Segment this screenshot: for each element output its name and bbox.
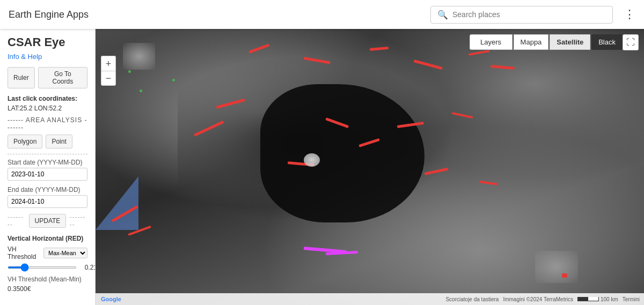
ruler-button[interactable]: Ruler xyxy=(8,67,35,88)
sar-map-background xyxy=(96,29,644,305)
area-analysis-label: ------ AREA ANALYSIS ------- xyxy=(8,116,87,131)
layers-button[interactable]: Layers xyxy=(470,34,513,50)
end-date-input[interactable] xyxy=(8,195,87,208)
vh-mean-min-label: VH Threshold (Mean-Min) xyxy=(8,276,87,283)
imagery-credit: Immagini ©2024 TerraMetrics xyxy=(503,296,573,302)
search-bar: 🔍 xyxy=(430,6,613,24)
update-button[interactable]: UPDATE xyxy=(29,214,67,228)
start-date-label: Start date (YYYY-MM-DD) xyxy=(8,159,87,166)
bright-spot-3 xyxy=(535,251,578,283)
divider-1 xyxy=(8,154,87,154)
last-click-label: Last click coordinates: xyxy=(8,95,87,102)
vh-slider-row: 0.21 xyxy=(8,264,87,271)
more-menu-icon[interactable]: ⋮ xyxy=(624,8,635,21)
bright-spot-2 xyxy=(123,43,155,70)
draw-buttons: Polygon Point xyxy=(8,135,87,148)
scale-indicator: 100 km xyxy=(577,296,618,302)
polygon-button[interactable]: Polygon xyxy=(8,135,42,148)
sidebar-app-name: CSAR Eye xyxy=(8,35,87,49)
zoom-in-button[interactable]: + xyxy=(101,56,116,71)
map-view-controls: Layers Mappa Satellite Black xyxy=(470,34,623,50)
vh-mean-min-val-row: 0.3500€ xyxy=(8,285,87,293)
zoom-controls: + − xyxy=(101,56,116,86)
keyboard-shortcuts-link[interactable]: Scorciatoje da tastiera xyxy=(445,296,499,302)
satellite-button[interactable]: Satellite xyxy=(550,34,590,50)
scale-label: 100 km xyxy=(601,296,618,302)
map-bottom-bar: Google Scorciatoje da tastiera Immagini … xyxy=(96,293,644,305)
green-marker-3 xyxy=(172,79,175,81)
terms-link[interactable]: Termini xyxy=(623,296,640,302)
sidebar: CSAR Eye Info & Help Ruler Go To Coords … xyxy=(0,29,96,305)
vh-slider[interactable] xyxy=(8,266,77,269)
vh-threshold-row: VH Threshold Max-Mean Min-Mean Mean xyxy=(8,246,87,261)
point-button[interactable]: Point xyxy=(46,135,72,148)
vh-section-title: Vertical Horizontal (RED) xyxy=(8,235,87,242)
end-date-label: End date (YYYY-MM-DD) xyxy=(8,186,87,194)
update-row: -------- UPDATE -------- xyxy=(8,213,87,228)
vh-threshold-select[interactable]: Max-Mean Min-Mean Mean xyxy=(43,248,87,258)
start-date-input[interactable] xyxy=(8,168,87,181)
map-area[interactable]: Layers Mappa Satellite Black ⛶ + − Googl… xyxy=(96,29,644,305)
vh-slider-value: 0.21 xyxy=(81,264,96,271)
update-dashes-right: -------- xyxy=(69,213,87,228)
search-input[interactable] xyxy=(452,10,606,19)
zoom-out-button[interactable]: − xyxy=(101,71,116,86)
header: Earth Engine Apps 🔍 ⋮ xyxy=(0,0,644,29)
black-button[interactable]: Black xyxy=(591,34,623,50)
info-help-link[interactable]: Info & Help xyxy=(8,53,87,61)
update-dashes-left: -------- xyxy=(8,213,26,228)
vh-mean-min-value: 0.3500€ xyxy=(8,285,31,293)
mappa-button[interactable]: Mappa xyxy=(514,34,549,50)
go-to-coords-button[interactable]: Go To Coords xyxy=(38,67,87,88)
fullscreen-icon: ⛶ xyxy=(626,38,635,47)
app-title: Earth Engine Apps xyxy=(9,9,89,20)
red-marker-bottom-right xyxy=(562,273,567,278)
bright-spot-1 xyxy=(304,153,320,167)
scale-bar xyxy=(577,297,599,301)
google-logo: Google xyxy=(101,296,121,302)
fullscreen-button[interactable]: ⛶ xyxy=(623,34,639,50)
vh-threshold-label: VH Threshold xyxy=(8,246,43,261)
tool-buttons: Ruler Go To Coords xyxy=(8,67,87,88)
coordinates-value: LAT:25.2 LON:52.2 xyxy=(8,105,87,112)
search-icon: 🔍 xyxy=(437,10,448,20)
